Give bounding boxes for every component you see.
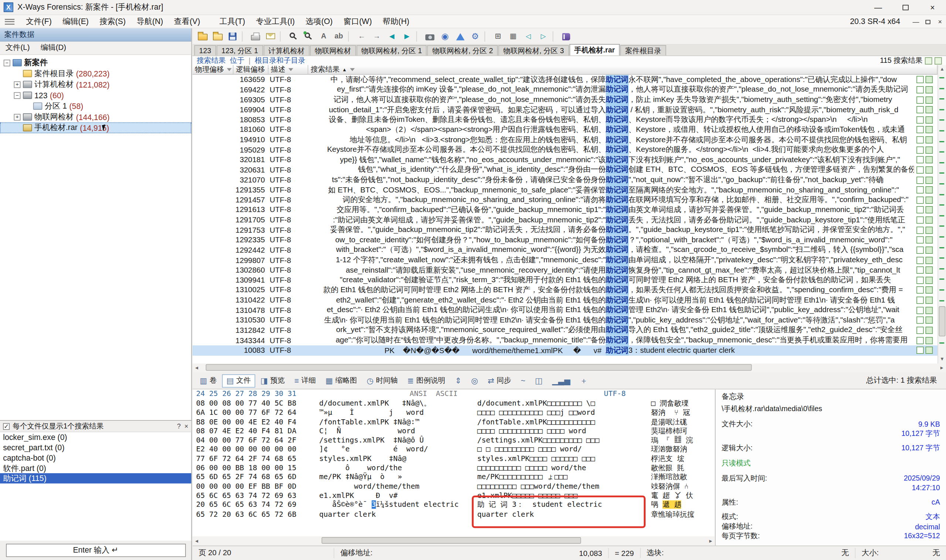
toolbar-prev-button[interactable]: ← <box>355 30 369 43</box>
report-table-icon[interactable] <box>917 197 924 204</box>
toolbar-forward-button[interactable]: ▶ <box>400 30 414 43</box>
tree-item-2[interactable]: +计算机检材(121,082) <box>0 79 191 90</box>
close-icon[interactable]: × <box>919 0 946 14</box>
result-row[interactable]: 10083UTF-8PK �N�@�S�� word/theme/theme1.… <box>193 345 937 355</box>
tree-item-5[interactable]: +物联网检材(144,166) <box>0 112 191 122</box>
menu-item-2[interactable]: 搜索(S) <box>94 16 131 26</box>
viewer-timeline-button[interactable]: ◷时间轴 <box>362 374 402 388</box>
report-table-icon[interactable] <box>917 116 924 124</box>
report-table-icon[interactable] <box>917 256 924 264</box>
viewer-link-icon[interactable] <box>926 256 933 264</box>
menu-item-7[interactable]: 选项(O) <box>300 16 338 26</box>
report-table-icon[interactable] <box>917 156 924 164</box>
report-table-icon[interactable] <box>917 106 924 114</box>
viewer-position-button[interactable]: ＋ <box>576 374 592 388</box>
column-header-2[interactable]: 描述 <box>269 65 308 75</box>
viewer-legend-button[interactable]: ≣图例说明 <box>403 374 450 388</box>
viewer-link-icon[interactable] <box>926 126 933 134</box>
menu-item-6[interactable]: 专业工具(I) <box>251 16 300 26</box>
viewer-dual-pane-button[interactable]: ◫ <box>531 374 547 388</box>
filter-icon[interactable] <box>288 68 293 71</box>
scroll-up-icon[interactable]: ▲ <box>938 65 946 74</box>
toolbar-mail-button[interactable] <box>263 30 277 43</box>
viewer-link-icon[interactable] <box>926 76 933 83</box>
tree-item-0[interactable]: −新案件 <box>0 57 191 68</box>
result-row[interactable]: 320631UTF-8钱包","what_is_identity":"什么是身份… <box>193 165 937 175</box>
search-term-item[interactable]: secret_part.txt (0) <box>0 443 191 453</box>
hex-scroll-right-icon[interactable]: ► <box>707 538 715 544</box>
result-row[interactable]: 195029UTF-8Keystore并不存储或同步至本公司服务器。本公司不提供… <box>193 145 937 155</box>
viewer-link-icon[interactable] <box>926 277 933 284</box>
report-table-icon[interactable] <box>917 306 924 314</box>
viewer-link-icon[interactable] <box>926 347 933 354</box>
menu-item-8[interactable]: 窗口(W) <box>338 16 377 26</box>
toolbar-new-case-button[interactable] <box>196 30 210 43</box>
report-table-icon[interactable] <box>917 326 924 334</box>
report-table-icon[interactable] <box>917 226 924 234</box>
menu-item-3[interactable]: 导航(N) <box>131 16 168 26</box>
search-term-item[interactable]: captcha-bot (0) <box>0 453 191 463</box>
report-table-icon[interactable] <box>917 166 924 174</box>
column-header-3[interactable]: 搜索结果▲ <box>308 65 937 75</box>
viewer-link-icon[interactable] <box>926 267 933 274</box>
viewer-link-icon[interactable] <box>926 206 933 214</box>
toolbar-add-image-button[interactable]: ◉ <box>438 30 452 43</box>
hex-hscroll-track[interactable] <box>201 536 707 545</box>
viewer-details-button[interactable]: ≡详细 <box>290 374 320 388</box>
tab-7[interactable]: 手机检材.rar <box>569 44 620 55</box>
child-close-icon[interactable]: × <box>934 18 946 25</box>
toolbar-position-manager-button[interactable]: ⊞ <box>491 30 505 43</box>
report-table-icon[interactable] <box>917 297 924 304</box>
child-minimize-icon[interactable]: — <box>910 18 922 25</box>
toolbar-help-button[interactable] <box>559 30 573 43</box>
vscroll-thumb[interactable] <box>938 306 945 337</box>
tab-8[interactable]: 案件根目录 <box>621 45 666 55</box>
report-table-icon[interactable] <box>917 317 924 324</box>
hex-scroll-left-icon[interactable]: ◄ <box>193 538 201 544</box>
result-row[interactable]: 1309941UTF-8"create_validator":"创建验证节点",… <box>193 275 937 285</box>
viewer-link-icon[interactable] <box>926 297 933 304</box>
toolbar-print-button[interactable] <box>249 30 263 43</box>
report-table-icon[interactable] <box>917 186 924 194</box>
result-row[interactable]: 321070UTF-8ts":"未备份钱包","not_backup_ident… <box>193 175 937 185</box>
maximize-icon[interactable] <box>892 0 919 14</box>
results-vscrollbar[interactable]: ▲ ▼ <box>937 65 946 363</box>
viewer-wave-button[interactable]: ~ <box>517 374 530 388</box>
hex-hscroll-thumb[interactable] <box>322 537 581 544</box>
result-row[interactable]: 169422UTF-8ey_first":"请先连接你的 imKey 设备","… <box>193 85 937 95</box>
report-table-icon[interactable] <box>917 217 924 224</box>
hex-hscrollbar[interactable]: ◄ ► <box>193 536 715 545</box>
toolbar-snapshot-button[interactable] <box>423 30 437 43</box>
toolbar-refine-snapshot-button[interactable] <box>453 30 467 43</box>
case-menu-item-0[interactable]: 文件(L) <box>0 43 35 53</box>
result-row[interactable]: 1310478UTF-8et_desc":"∙ Eth2 公钥由当前 Eth1 … <box>193 305 937 315</box>
filter-icon[interactable] <box>227 68 232 71</box>
toolbar-next-hit-button[interactable]: ▷ <box>536 30 550 43</box>
result-row[interactable]: 1291705UTF-8:"助记词由英文单词组成，请抄写并妥善保管。","gui… <box>193 215 937 225</box>
scroll-left-icon[interactable]: ◄ <box>193 365 201 371</box>
column-header-0[interactable]: 物理偏移 <box>193 65 234 75</box>
tree-item-1[interactable]: 案件根目录(280,223) <box>0 68 191 79</box>
result-row[interactable]: 1310422UTF-8eth2_wallet":"创建","generate_… <box>193 295 937 305</box>
menu-item-5[interactable]: 工具(T) <box>214 16 251 26</box>
toolbar-open-case-button[interactable] <box>211 30 225 43</box>
tab-1[interactable]: 123, 分区 1 <box>217 45 263 55</box>
toolbar-gallery-button[interactable]: ▦ <box>506 30 520 43</box>
case-menu-item-1[interactable]: 编辑(D) <box>35 43 72 53</box>
report-table-icon[interactable] <box>917 236 924 244</box>
result-row[interactable]: 1291355UTF-8如 ETH、BTC、COSMOS、EOS...","ba… <box>193 185 937 195</box>
report-table-icon[interactable] <box>917 337 924 344</box>
result-row[interactable]: 1292335UTF-8ow_to_create_identity":"如何创建… <box>193 235 937 245</box>
viewer-link-icon[interactable] <box>926 146 933 154</box>
viewer-link-icon[interactable] <box>926 317 933 324</box>
result-row[interactable]: 1310025UTF-8款的 Eth1 钱包的助记词可同时管理 Eth2 网络上… <box>193 285 937 295</box>
toolbar-text-search-button[interactable]: A <box>317 30 331 43</box>
viewer-search-button[interactable]: ◎ <box>467 374 482 388</box>
viewer-sync-button[interactable]: ⇄同步 <box>483 374 515 388</box>
scroll-right-icon[interactable]: ► <box>937 365 946 371</box>
result-row[interactable]: 1302860UTF-8ase_reinstall":"请卸载后重新安装","u… <box>193 265 937 275</box>
report-table-icon[interactable] <box>917 86 924 94</box>
toolbar-search-button[interactable] <box>287 30 301 43</box>
one-hit-per-file-checkbox[interactable]: ✓ <box>3 423 9 429</box>
viewer-splitter-button[interactable]: ⇕ <box>451 374 466 388</box>
